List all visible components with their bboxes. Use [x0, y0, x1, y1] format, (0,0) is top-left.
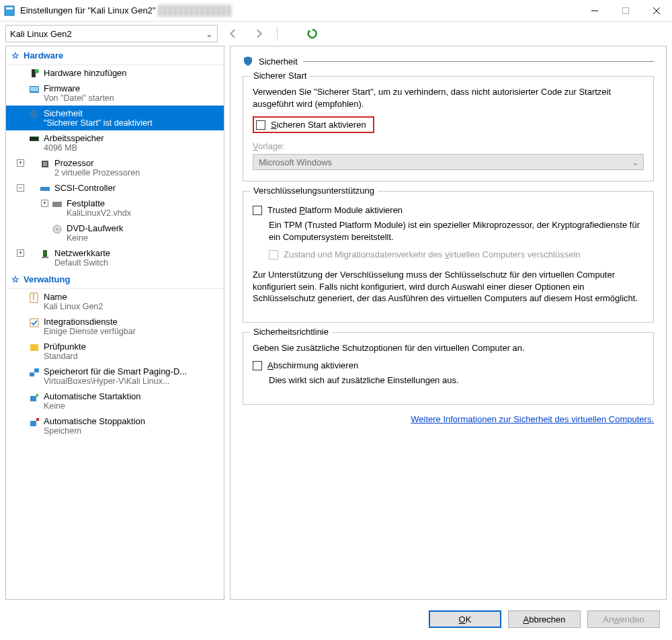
collapse-icon[interactable]: −: [17, 184, 24, 192]
cancel-button[interactable]: Abbrechen: [508, 610, 581, 628]
svg-rect-31: [30, 421, 36, 426]
tree-item-security[interactable]: Sicherheit "Sicherer Start" ist deaktivi…: [6, 106, 224, 130]
close-button[interactable]: [641, 0, 672, 22]
svg-point-21: [56, 229, 58, 231]
tree-item-network[interactable]: + Netzwerkkarte Default Switch: [6, 245, 224, 270]
nav-forward-button[interactable]: [249, 25, 269, 42]
svg-rect-1: [6, 7, 13, 9]
tree-item-memory[interactable]: Arbeitsspeicher 4096 MB: [6, 130, 224, 155]
tree-item-autostart[interactable]: Automatische Startaktion Keine: [6, 389, 224, 413]
svg-text:I: I: [32, 292, 35, 302]
shielding-checkbox[interactable]: [253, 361, 262, 370]
group-legend: Sicherheitsrichtlinie: [250, 327, 332, 337]
svg-rect-3: [623, 7, 629, 13]
group-legend: Sicherer Start: [250, 71, 310, 81]
checkpoint-icon: [29, 342, 40, 353]
dvd-icon: [52, 224, 62, 235]
network-icon: [40, 249, 50, 259]
toolbar: Kali Linux Gen2 ⌄: [0, 22, 672, 46]
vm-selector[interactable]: Kali Linux Gen2 ⌄: [5, 25, 218, 42]
cpu-icon: [40, 159, 50, 169]
management-section-header[interactable]: ☆ Verwaltung: [6, 270, 224, 289]
tree-item-name[interactable]: I Name Kali Linux Gen2: [6, 289, 224, 314]
migrate-checkbox-label: Zustand und Migrationsdatenverkehr des v…: [284, 249, 581, 259]
tree-item-checkpoints[interactable]: Prüfpunkte Standard: [6, 339, 224, 364]
highlight-box: SSicheren Start aktivierenicheren Start …: [253, 116, 374, 133]
autostart-icon: [29, 392, 40, 403]
tree-item-autostop[interactable]: Automatische Stoppaktion Speichern: [6, 413, 224, 438]
svg-rect-22: [43, 250, 47, 257]
encryption-group: Verschlüsselungsunterstützung Trusted Pl…: [243, 191, 654, 323]
tree-item-scsi[interactable]: − SCSI-Controller: [6, 180, 224, 196]
encryption-note: Zur Unterstützung der Verschlüsselung mu…: [253, 269, 644, 305]
tree-item-integration[interactable]: Integrationsdienste Einige Dienste verfü…: [6, 314, 224, 339]
migrate-checkbox: [269, 250, 278, 259]
tpm-checkbox[interactable]: [253, 206, 262, 215]
shielding-checkbox-label[interactable]: Abschirmung aktivieren: [267, 360, 358, 370]
svg-rect-30: [30, 396, 36, 401]
expand-icon[interactable]: +: [41, 200, 48, 207]
refresh-button[interactable]: [302, 25, 323, 42]
tpm-checkbox-label[interactable]: Trusted Platform Module aktivieren: [267, 205, 403, 215]
nav-back-button[interactable]: [223, 25, 243, 42]
secure-boot-description: Verwenden Sie "Sicherer Start", um zu ve…: [253, 86, 644, 110]
tree-item-dvd[interactable]: DVD-Laufwerk Keine: [6, 221, 224, 245]
tree-item-firmware[interactable]: Firmware Von "Datei" starten: [6, 81, 224, 106]
expand-icon[interactable]: +: [17, 249, 24, 257]
svg-rect-12: [32, 137, 34, 141]
chevron-down-icon: ⌄: [206, 29, 213, 39]
svg-rect-17: [40, 187, 50, 191]
window-title: Einstellungen für "Kali Linux Gen2": [20, 5, 155, 15]
settings-tree: ☆ Hardware Hardware hinzufügen Firmware …: [5, 46, 224, 600]
settings-panel: Sicherheit Sicherer Start Verwenden Sie …: [230, 46, 667, 600]
toolbar-separator: [277, 26, 297, 41]
svg-rect-23: [42, 257, 48, 258]
svg-rect-32: [36, 418, 39, 421]
svg-rect-9: [30, 87, 38, 91]
hardware-section-header[interactable]: ☆ Hardware: [6, 46, 224, 65]
expand-icon[interactable]: +: [17, 159, 24, 167]
services-icon: [29, 317, 40, 328]
secure-boot-checkbox-label[interactable]: SSicheren Start aktivierenicheren Start …: [271, 120, 366, 130]
title-divider: [303, 61, 654, 62]
controller-icon: [40, 184, 50, 194]
secure-boot-group: Sicherer Start Verwenden Sie "Sicherer S…: [243, 76, 654, 182]
name-icon: I: [29, 292, 40, 303]
svg-rect-27: [30, 344, 38, 351]
titlebar: Einstellungen für "Kali Linux Gen2": [0, 0, 672, 22]
svg-rect-11: [30, 137, 32, 141]
collapse-icon: ☆: [11, 50, 19, 61]
tree-item-add-hardware[interactable]: Hardware hinzufügen: [6, 65, 224, 81]
svg-rect-26: [30, 319, 38, 327]
minimize-button[interactable]: [579, 0, 610, 22]
maximize-button[interactable]: [610, 0, 641, 22]
memory-icon: [29, 134, 40, 145]
policy-description: Geben Sie zusätzliche Schutzoptionen für…: [253, 342, 644, 354]
more-info-link[interactable]: Weitere Informationen zur Sicherheit des…: [243, 414, 654, 424]
group-legend: Verschlüsselungsunterstützung: [250, 186, 378, 196]
autostop-icon: [29, 417, 40, 428]
tree-item-processor[interactable]: + Prozessor 2 virtuelle Prozessoren: [6, 155, 224, 180]
svg-rect-29: [34, 368, 39, 372]
svg-rect-28: [30, 372, 34, 376]
svg-point-7: [35, 69, 39, 73]
template-combo: Microsoft Windows ⌄: [253, 154, 644, 170]
add-hardware-icon: [29, 69, 40, 79]
firmware-icon: [29, 84, 40, 95]
secure-boot-checkbox[interactable]: [256, 120, 265, 130]
ok-button[interactable]: OK: [429, 610, 501, 628]
shield-icon: [243, 56, 253, 67]
apply-button: Anwenden: [587, 610, 660, 628]
tree-item-disk[interactable]: + Festplatte KaliLinuxV2.vhdx: [6, 196, 224, 221]
svg-rect-13: [34, 137, 36, 141]
tree-item-smartpaging[interactable]: Speicherort für die Smart Paging-D... Vi…: [6, 364, 224, 389]
svg-point-19: [59, 204, 61, 206]
app-icon: [4, 5, 15, 16]
svg-rect-14: [36, 137, 38, 141]
shield-icon: [29, 109, 40, 120]
panel-title: Sicherheit: [259, 56, 298, 67]
paging-icon: [29, 367, 40, 378]
disk-icon: [52, 199, 62, 210]
svg-rect-16: [43, 162, 47, 166]
vm-selector-value: Kali Linux Gen2: [10, 29, 72, 39]
